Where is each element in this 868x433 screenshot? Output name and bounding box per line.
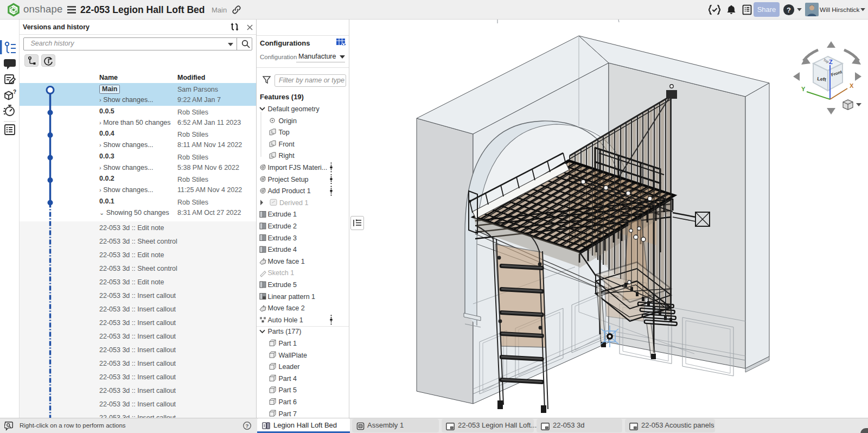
svg-text:X: X bbox=[850, 82, 854, 89]
svg-text:Left: Left bbox=[817, 76, 826, 82]
svg-text:?: ? bbox=[787, 6, 791, 14]
svg-text:Y: Y bbox=[801, 86, 806, 92]
svg-text:?: ? bbox=[13, 89, 16, 95]
svg-text:Z: Z bbox=[829, 59, 833, 65]
svg-text:?: ? bbox=[246, 423, 249, 429]
